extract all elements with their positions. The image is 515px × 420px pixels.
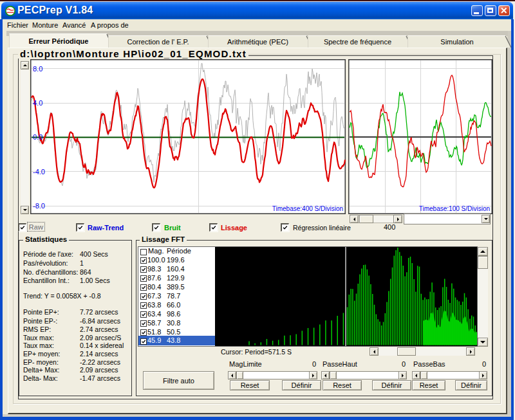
- svg-text:0.0: 0.0: [33, 133, 42, 141]
- svg-text:4.0: 4.0: [33, 99, 42, 107]
- svg-text:-8.0: -8.0: [33, 202, 45, 210]
- svg-text:Timebase:400 S/Division: Timebase:400 S/Division: [272, 205, 343, 212]
- svg-text:-4.0: -4.0: [33, 168, 45, 176]
- svg-text:8.0: 8.0: [33, 65, 42, 73]
- svg-text:Timebase:100 S/Division: Timebase:100 S/Division: [419, 205, 490, 212]
